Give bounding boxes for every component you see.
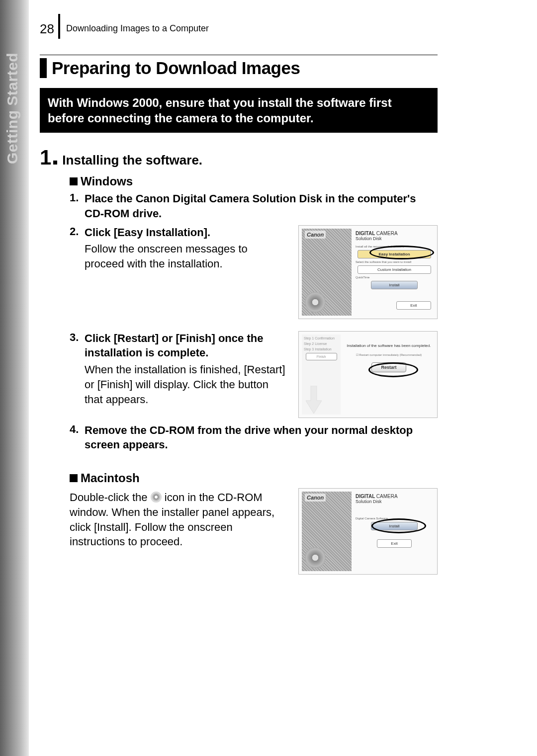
restart-now-text: ☑ Restart computer immediately (Recommen… bbox=[347, 353, 431, 356]
divider bbox=[40, 55, 438, 55]
step-major-title: Installing the software. bbox=[62, 153, 202, 168]
substep-bold: Click [Easy Installation]. bbox=[85, 225, 289, 240]
substep-2: 2. Click [Easy Installation]. Follow the… bbox=[70, 225, 289, 271]
tiny-text: QuickTime bbox=[356, 276, 433, 279]
section-title: Preparing to Download Images bbox=[40, 58, 438, 78]
install-button: Install bbox=[371, 522, 418, 530]
square-bullet-icon bbox=[70, 177, 78, 185]
restart-button: Restart bbox=[371, 362, 406, 372]
step-major-number: 1 bbox=[40, 146, 51, 169]
screenshot-image-panel: Canon bbox=[302, 492, 352, 571]
finish-button: Finish bbox=[306, 353, 337, 360]
substep-number: 4. bbox=[70, 423, 85, 452]
screenshot-restart: Step 1 Confirmation Step 2 License Step … bbox=[298, 331, 438, 418]
screenshot-logo: DIGITAL CAMERA bbox=[356, 494, 433, 499]
square-bullet-icon bbox=[70, 474, 78, 482]
tiny-text: Select the software that you want to ins… bbox=[356, 260, 433, 263]
cd-icon bbox=[151, 492, 162, 503]
warning-box: With Windows 2000, ensure that you insta… bbox=[40, 88, 438, 133]
title-bar-icon bbox=[40, 58, 47, 78]
page-header: 28 Downloading Images to a Computer bbox=[40, 10, 438, 35]
canon-logo: Canon bbox=[305, 494, 326, 502]
disc-icon bbox=[305, 292, 326, 313]
section-heading: Preparing to Download Images bbox=[52, 58, 300, 78]
completed-text: Installation of the software has been co… bbox=[347, 343, 431, 348]
side-tab: Getting Started bbox=[0, 0, 29, 756]
dot-icon bbox=[53, 161, 57, 165]
substep-number: 3. bbox=[70, 331, 85, 407]
os-heading-macintosh: Macintosh bbox=[70, 471, 438, 485]
header-text: Downloading Images to a Computer bbox=[66, 23, 209, 34]
custom-installation-button: Custom Installation bbox=[358, 265, 431, 274]
os-heading-label: Windows bbox=[81, 174, 133, 188]
tiny-text: Digital Camera Software bbox=[356, 517, 433, 520]
step-major: 1 Installing the software. bbox=[40, 146, 438, 169]
substep-regular: When the installation is finished, [Rest… bbox=[85, 362, 289, 407]
substep-bold: Remove the CD-ROM from the drive when yo… bbox=[85, 423, 438, 452]
screenshot-mac-installer: Canon DIGITAL CAMERA Solution Disk Digit… bbox=[298, 488, 438, 575]
substep-3: 3. Click [Restart] or [Finish] once the … bbox=[70, 331, 289, 407]
os-heading-label: Macintosh bbox=[81, 471, 140, 485]
substep-number: 2. bbox=[70, 225, 85, 271]
header-divider bbox=[58, 14, 60, 39]
side-tab-label: Getting Started bbox=[4, 53, 21, 164]
substep-4: 4. Remove the CD-ROM from the drive when… bbox=[70, 423, 438, 452]
easy-installation-button: Easy Installation bbox=[358, 250, 431, 258]
os-heading-windows: Windows bbox=[70, 174, 438, 188]
screenshot-logo: DIGITAL CAMERA bbox=[356, 231, 433, 236]
tiny-text: Install all the recommended software bbox=[356, 245, 433, 248]
down-arrow-icon bbox=[304, 386, 324, 414]
page-number: 28 bbox=[40, 21, 54, 37]
exit-button: Exit bbox=[396, 301, 431, 310]
screenshot-sub: Solution Disk bbox=[356, 499, 433, 504]
screenshot-installer: Canon DIGITAL CAMERA Solution Disk Insta… bbox=[298, 225, 438, 319]
substep-regular: Follow the onscreen messages to proceed … bbox=[85, 242, 289, 271]
substep-number: 1. bbox=[70, 191, 85, 221]
substep-bold: Click [Restart] or [Finish] once the ins… bbox=[85, 331, 289, 360]
canon-logo: Canon bbox=[305, 231, 326, 239]
exit-button: Exit bbox=[377, 539, 412, 548]
screenshot-image-panel: Canon bbox=[302, 229, 352, 316]
install-button: Install bbox=[371, 281, 418, 289]
substep-1: 1. Place the Canon Digital Camera Soluti… bbox=[70, 191, 438, 221]
disc-icon bbox=[305, 547, 326, 568]
screenshot-sub: Solution Disk bbox=[356, 236, 433, 241]
substep-bold: Place the Canon Digital Camera Solution … bbox=[85, 191, 438, 221]
macintosh-text: Double-click the icon in the CD-ROM wind… bbox=[70, 490, 289, 549]
